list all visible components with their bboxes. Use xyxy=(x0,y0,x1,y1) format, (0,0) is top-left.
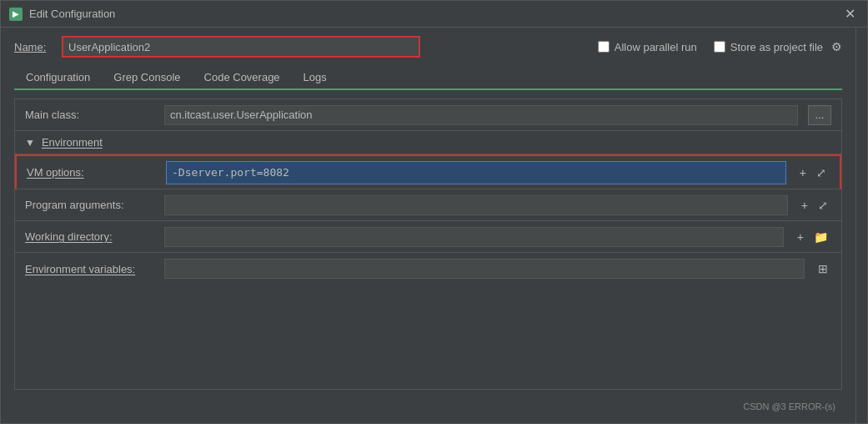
working-dir-folder-button[interactable]: 📁 xyxy=(810,230,831,244)
working-directory-label: Working directory: xyxy=(25,230,154,243)
main-class-label: Main class: xyxy=(25,109,154,121)
tab-logs[interactable]: Logs xyxy=(292,66,339,90)
vm-options-expand-button[interactable]: ⤢ xyxy=(813,166,830,179)
checkboxes-group: Allow parallel run Store as project file… xyxy=(598,40,842,53)
store-project-checkbox-group: Store as project file ⚙ xyxy=(714,40,842,53)
name-row: Name: Allow parallel run Store as projec… xyxy=(14,36,842,58)
dialog-title: Edit Configuration xyxy=(29,8,115,20)
environment-variables-input[interactable] xyxy=(164,259,805,279)
main-area: Name: Allow parallel run Store as projec… xyxy=(1,28,867,423)
app-icon: ▶ xyxy=(9,8,23,21)
program-args-add-button[interactable]: + xyxy=(798,199,811,212)
program-args-icons: + ⤢ xyxy=(798,199,831,212)
working-directory-row: Working directory: + 📁 xyxy=(15,221,841,253)
env-variables-icons: ⊞ xyxy=(815,262,831,275)
env-variables-copy-button[interactable]: ⊞ xyxy=(815,262,831,275)
tabs-row: Configuration Grep Console Code Coverage… xyxy=(14,66,842,90)
title-bar: ▶ Edit Configuration ✕ xyxy=(1,1,867,28)
tab-code-coverage[interactable]: Code Coverage xyxy=(193,66,292,90)
program-arguments-label: Program arguments: xyxy=(25,199,154,211)
program-arguments-input[interactable] xyxy=(164,195,788,215)
vm-options-add-button[interactable]: + xyxy=(796,166,810,179)
program-arguments-row: Program arguments: + ⤢ xyxy=(15,189,841,221)
store-project-checkbox[interactable] xyxy=(714,41,725,53)
scrollbar-sidebar[interactable] xyxy=(855,28,867,423)
main-class-row: Main class: ... xyxy=(15,99,841,131)
vm-options-row: VM options: + ⤢ xyxy=(15,154,841,189)
working-dir-icons: + 📁 xyxy=(794,230,831,244)
parallel-run-label: Allow parallel run xyxy=(615,41,697,53)
gear-icon[interactable]: ⚙ xyxy=(831,40,842,53)
environment-variables-row: Environment variables: ⊞ xyxy=(15,253,841,285)
main-content: Name: Allow parallel run Store as projec… xyxy=(1,28,855,423)
tab-configuration[interactable]: Configuration xyxy=(14,66,102,90)
store-project-label: Store as project file xyxy=(730,41,823,53)
name-input[interactable] xyxy=(62,36,420,58)
parallel-run-checkbox[interactable] xyxy=(598,41,610,53)
vm-options-icons: + ⤢ xyxy=(796,166,830,179)
form-area: Main class: ... ▼ Environment VM options… xyxy=(14,98,842,390)
tab-grep-console[interactable]: Grep Console xyxy=(102,66,192,90)
vm-options-label: VM options: xyxy=(27,166,156,179)
environment-arrow-icon[interactable]: ▼ xyxy=(25,137,35,149)
watermark: CSDN @3 ERROR-(s) xyxy=(14,398,842,415)
main-class-ellipsis-button[interactable]: ... xyxy=(808,105,831,125)
title-bar-left: ▶ Edit Configuration xyxy=(9,8,115,21)
parallel-run-checkbox-group: Allow parallel run xyxy=(598,41,697,53)
close-button[interactable]: ✕ xyxy=(841,8,859,21)
environment-section-header: ▼ Environment xyxy=(15,131,841,154)
working-directory-input[interactable] xyxy=(164,227,784,247)
working-dir-add-button[interactable]: + xyxy=(794,230,807,244)
edit-configuration-dialog: ▶ Edit Configuration ✕ Name: Allow paral… xyxy=(0,0,868,424)
program-args-expand-button[interactable]: ⤢ xyxy=(815,199,831,212)
environment-variables-label: Environment variables: xyxy=(25,263,154,275)
environment-label: Environment xyxy=(42,136,103,149)
main-class-input[interactable] xyxy=(164,105,798,125)
vm-options-input[interactable] xyxy=(172,166,780,179)
name-label: Name: xyxy=(14,41,52,53)
